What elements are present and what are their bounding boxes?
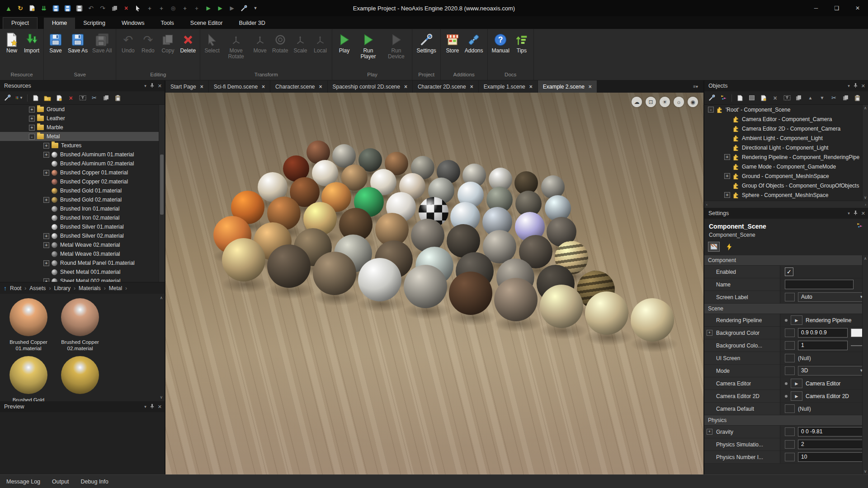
tab-close-icon[interactable]: × <box>200 84 203 90</box>
menu-tab-windows[interactable]: Windows <box>113 18 153 29</box>
scene-sphere[interactable] <box>449 272 492 315</box>
events-tab-icon[interactable] <box>723 242 735 252</box>
tree-item-brushed-gold-01-material[interactable]: Brushed Gold 01.material <box>0 186 165 195</box>
object-game-mode-component-gamemode[interactable]: Game Mode - Component_GameMode <box>704 162 868 171</box>
status-tab-output[interactable]: Output <box>52 479 69 485</box>
sun-button[interactable]: ☀ <box>660 97 670 107</box>
scene-sphere[interactable] <box>313 252 356 295</box>
menu-tab-tools[interactable]: Tools <box>153 18 182 29</box>
expand-icon[interactable]: + <box>43 242 49 248</box>
breadcrumb-item-assets[interactable]: Assets <box>29 285 46 291</box>
manual-button[interactable]: ?Manual <box>490 31 512 69</box>
tree-item-leather[interactable]: +Leather <box>0 114 165 123</box>
tree-item-brushed-gold-02-material[interactable]: +Brushed Gold 02.material <box>0 195 165 204</box>
doc-edit-icon[interactable] <box>32 94 39 102</box>
breadcrumb-item-materials[interactable]: Materials <box>79 285 101 291</box>
move-icon[interactable]: + <box>156 3 166 14</box>
default-indicator[interactable] <box>785 354 795 362</box>
expand-icon[interactable]: + <box>724 173 730 179</box>
tree-item-brushed-copper-02-material[interactable]: Brushed Copper 02.material <box>0 177 165 186</box>
settings-pin-icon[interactable] <box>854 210 858 216</box>
menu-tab-scene-editor[interactable]: Scene Editor <box>182 18 231 29</box>
rename-icon[interactable] <box>79 94 86 102</box>
save-all-icon[interactable] <box>74 3 84 14</box>
cloud-button[interactable]: ☁ <box>632 97 642 107</box>
settings-icon[interactable] <box>239 3 249 14</box>
rendering-pipeline-expand-button[interactable]: ▶ <box>791 315 802 325</box>
background-colo-input[interactable]: 1 <box>798 341 848 350</box>
settings-menu-icon[interactable]: ▾ <box>848 211 850 216</box>
save-as-icon[interactable] <box>62 3 72 14</box>
screen-label-dropdown[interactable]: Auto▼ <box>798 292 867 302</box>
run-device-icon[interactable]: ▶ <box>227 3 237 14</box>
scroll-right-icon[interactable]: › <box>865 202 866 207</box>
collapse-icon[interactable]: - <box>708 107 714 113</box>
tab-close-icon[interactable]: × <box>319 84 322 90</box>
scale-icon[interactable]: + <box>180 3 190 14</box>
scene-sphere[interactable] <box>358 258 401 301</box>
tab-close-icon[interactable]: × <box>470 84 473 90</box>
resources-pin-icon[interactable] <box>150 83 154 89</box>
thumbnail-brushed-copper-02-material[interactable]: Brushed Copper 02.material <box>55 298 105 352</box>
expand-icon[interactable]: + <box>43 278 49 282</box>
up-icon[interactable]: ▲ <box>807 94 814 102</box>
camera-editor-reference-link[interactable]: Camera Editor <box>806 380 840 387</box>
breadcrumb-up-icon[interactable]: ↑ <box>4 285 7 292</box>
minimize-button[interactable]: ─ <box>806 0 826 16</box>
expand-icon[interactable]: + <box>707 330 712 336</box>
thumbnail-brushed-gold-01-material[interactable]: Brushed Gold 01.material <box>4 356 53 401</box>
tree-item-sheet-metal-001-material[interactable]: Sheet Metal 001.material <box>0 267 165 277</box>
maximize-button[interactable]: ❑ <box>826 0 847 16</box>
delete-button[interactable]: Delete <box>178 31 198 69</box>
move-rotate-icon[interactable]: + <box>145 3 155 14</box>
paste-icon[interactable] <box>114 94 122 102</box>
tree-item-textures[interactable]: +Textures <box>0 141 165 150</box>
addons-button[interactable]: Addons <box>462 31 486 69</box>
physics-simulatio-input[interactable]: 2 <box>798 440 867 449</box>
tab-sci-fi-demo-scene[interactable]: Sci-fi Demo.scene× <box>209 80 270 93</box>
delete-red-icon[interactable]: × <box>67 94 75 102</box>
default-indicator[interactable] <box>785 293 795 301</box>
shapes-icon[interactable]: ▼ <box>15 94 23 102</box>
name-input[interactable] <box>785 280 854 289</box>
tab-example-1-scene[interactable]: Example 1.scene× <box>479 80 538 93</box>
objects-close-icon[interactable]: ✕ <box>861 83 865 89</box>
expand-icon[interactable]: + <box>724 154 730 160</box>
thumbs-scroll-up-icon[interactable]: ∧ <box>160 296 163 300</box>
play-icon[interactable]: ▶ <box>203 3 213 14</box>
box-icon[interactable] <box>748 94 755 102</box>
down-icon[interactable]: ▼ <box>818 94 826 102</box>
resources-menu-icon[interactable]: ▾ <box>144 84 146 88</box>
cut-icon[interactable]: ✂ <box>830 94 838 102</box>
tree-item-brushed-iron-01-material[interactable]: Brushed Iron 01.material <box>0 204 165 213</box>
refresh-icon[interactable]: ↻ <box>15 3 25 14</box>
scene-sphere[interactable] <box>494 278 538 321</box>
rendering-pipeline-reference-link[interactable]: Rendering Pipeline <box>806 317 851 324</box>
local-icon[interactable]: + <box>192 3 202 14</box>
wrench-icon[interactable] <box>708 94 716 102</box>
tree-item-marble[interactable]: +Marble <box>0 123 165 132</box>
new-resource-icon[interactable] <box>27 3 37 14</box>
physics-number-i-input[interactable]: 10 <box>798 452 867 462</box>
scene-sphere[interactable] <box>585 291 628 335</box>
copy-icon[interactable] <box>842 94 849 102</box>
tree-item-metal-weave-02-material[interactable]: +Metal Weave 02.material <box>0 240 165 249</box>
default-indicator[interactable] <box>785 328 795 337</box>
tree-item-brushed-aluminum-02-material[interactable]: Brushed Aluminum 02.material <box>0 159 165 168</box>
object-rendering-pipeline-component-renderingpipe[interactable]: +Rendering Pipeline - Component_Renderin… <box>704 152 868 162</box>
expand-icon[interactable]: + <box>43 152 49 158</box>
select-icon[interactable] <box>133 3 143 14</box>
gravity-input[interactable]: 0 0 -9.81 <box>798 427 867 436</box>
default-indicator[interactable] <box>785 366 795 375</box>
settings-scroll-up-icon[interactable]: ∧ <box>863 256 868 261</box>
camera-editor-2d-expand-button[interactable]: ▶ <box>791 391 802 401</box>
tab-character-2d-scene[interactable]: Character 2D.scene× <box>413 80 478 93</box>
close-button[interactable]: ✕ <box>847 0 868 16</box>
cut-icon[interactable]: ✂ <box>90 94 98 102</box>
preview-menu-icon[interactable]: ▾ <box>144 404 146 409</box>
delete-icon[interactable]: × <box>121 3 131 14</box>
rename-icon[interactable] <box>783 94 791 102</box>
scene-viewport[interactable]: ☁⊡☀☼◉ <box>165 93 703 474</box>
expand-icon[interactable]: + <box>29 125 35 131</box>
scene-sphere[interactable] <box>404 265 447 308</box>
